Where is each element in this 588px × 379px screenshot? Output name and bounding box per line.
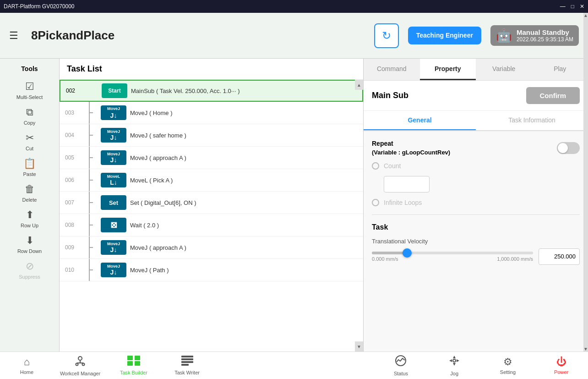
indent-connector	[86, 147, 93, 169]
scrollbar-down[interactable]: ▼	[583, 346, 588, 352]
count-input[interactable]	[384, 176, 430, 192]
row-down-label: Row Down	[17, 248, 42, 254]
scroll-down-btn[interactable]: ▼	[355, 341, 363, 352]
tasklist-body[interactable]: 002 Start MainSub ( Task Vel. 250.000, A…	[60, 80, 363, 352]
table-row[interactable]: 006 MoveLL↓ MoveL ( Pick A )	[60, 169, 363, 192]
repeat-toggle[interactable]	[557, 142, 580, 154]
nav-power[interactable]: ⏻ Power	[534, 352, 588, 379]
slider-track	[372, 252, 533, 254]
task-builder-icon	[127, 356, 140, 368]
titlebar-controls[interactable]: — □ ✕	[560, 3, 584, 10]
task-badge-movel: MoveLL↓	[101, 173, 126, 187]
table-row[interactable]: 003 MoveJJ↓ MoveJ ( Home )	[60, 102, 363, 124]
maximize-btn[interactable]: □	[571, 3, 574, 10]
tool-cut[interactable]: ✂ Cut	[2, 129, 57, 154]
nav-status[interactable]: Status	[374, 352, 428, 379]
radio-count-circle	[372, 162, 379, 170]
table-row[interactable]: 004 MoveJJ↓ MoveJ ( safer home )	[60, 124, 363, 147]
tool-row-down[interactable]: ⬇ Row Down	[2, 232, 57, 257]
copy-icon: ⧉	[26, 106, 33, 118]
close-btn[interactable]: ✕	[580, 3, 584, 10]
setting-label: Setting	[500, 369, 516, 375]
nav-jog[interactable]: Jog	[428, 352, 481, 379]
nav-home[interactable]: ⌂ Home	[0, 352, 54, 379]
scrollbar-up[interactable]: ▲	[583, 13, 588, 18]
tool-copy[interactable]: ⧉ Copy	[2, 104, 57, 128]
workcell-manager-icon	[74, 355, 86, 367]
multi-select-label: Multi-Select	[16, 94, 43, 100]
svg-rect-25	[181, 356, 193, 357]
task-badge-movej: MoveJJ↓	[101, 263, 126, 277]
table-row[interactable]: 005 MoveJJ↓ MoveJ ( approach A )	[60, 147, 363, 169]
copy-label: Copy	[24, 120, 36, 126]
panel-header: Main Sub Confirm	[364, 81, 588, 111]
table-row[interactable]: 009 MoveJJ↓ MoveJ ( approach A )	[60, 236, 363, 259]
task-builder-svg	[127, 356, 140, 366]
sidebar-title: Tools	[2, 62, 57, 77]
svg-marker-30	[453, 356, 456, 358]
suppress-label: Suppress	[19, 274, 40, 280]
svg-rect-23	[127, 361, 133, 366]
table-row[interactable]: 007 Set Set ( Digital_Out[6], ON )	[60, 192, 363, 214]
jog-svg	[448, 355, 460, 367]
tool-row-up[interactable]: ⬆ Row Up	[2, 206, 57, 231]
tab-command[interactable]: Command	[364, 59, 420, 80]
table-row[interactable]: 002 Start MainSub ( Task Vel. 250.000, A…	[60, 80, 363, 102]
line-number: 010	[60, 267, 78, 273]
svg-point-20	[82, 363, 85, 366]
radio-count[interactable]: Count	[372, 162, 580, 170]
hamburger-menu[interactable]: ☰	[9, 30, 18, 42]
teaching-engineer-button[interactable]: Teaching Engineer	[408, 27, 481, 44]
tool-suppress[interactable]: ⊘ Suppress	[2, 258, 57, 282]
svg-rect-22	[135, 356, 140, 360]
tab-general[interactable]: General	[364, 111, 476, 130]
right-scrollbar[interactable]: ▲ ▼	[583, 13, 588, 352]
nav-setting[interactable]: ⚙ Setting	[481, 352, 535, 379]
repeat-label: Repeat (Variable : gLoopCountRev)	[372, 139, 450, 157]
tab-variable[interactable]: Variable	[476, 59, 532, 80]
task-text: MoveJ ( safer home )	[130, 132, 363, 139]
home-icon: ⌂	[24, 356, 30, 368]
svg-rect-24	[135, 361, 140, 366]
tab-property[interactable]: Property	[420, 59, 476, 80]
cut-label: Cut	[26, 146, 33, 151]
svg-point-16	[78, 357, 82, 360]
sub-tabs: General Task Information	[364, 111, 588, 131]
tool-paste[interactable]: 📋 Paste	[2, 155, 57, 180]
radio-infinite[interactable]: Infinite Loops	[372, 199, 580, 206]
cut-icon: ✂	[26, 132, 34, 144]
line-number: 009	[60, 244, 78, 251]
velocity-value-input[interactable]	[539, 248, 580, 265]
slider-labels: 0.000 mm/s 1,000.000 mm/s	[372, 256, 533, 262]
task-writer-icon	[181, 356, 193, 368]
paste-icon: 📋	[23, 158, 36, 170]
tab-play[interactable]: Play	[532, 59, 588, 80]
tool-delete[interactable]: 🗑 Delete	[2, 181, 57, 205]
slider-container[interactable]: 0.000 mm/s 1,000.000 mm/s	[372, 252, 533, 262]
tab-task-information[interactable]: Task Information	[476, 111, 588, 130]
confirm-button[interactable]: Confirm	[526, 87, 580, 104]
multi-select-icon: ☑	[25, 81, 34, 93]
radio-infinite-label: Infinite Loops	[384, 199, 422, 206]
nav-workcell-manager[interactable]: Workcell Manager	[54, 352, 107, 379]
table-row[interactable]: 008 ⊠ Wait ( 2.0 )	[60, 214, 363, 236]
slider-fill	[372, 252, 407, 254]
nav-task-builder[interactable]: Task Builder	[107, 352, 160, 379]
refresh-button[interactable]: ↻	[374, 23, 399, 48]
scroll-up-btn[interactable]: ▲	[355, 80, 363, 90]
minimize-btn[interactable]: —	[560, 3, 566, 10]
sidebar: Tools ☑ Multi-Select ⧉ Copy ✂ Cut 📋 Past…	[0, 59, 60, 352]
svg-rect-28	[181, 364, 189, 366]
task-builder-label: Task Builder	[120, 370, 147, 375]
svg-marker-31	[453, 363, 456, 366]
header: ☰ 8PickandPlace ↻ Teaching Engineer 🤖 Ma…	[0, 13, 588, 59]
indent-connector	[86, 192, 93, 214]
slider-thumb[interactable]	[403, 248, 412, 258]
task-text: MoveJ ( approach A )	[130, 154, 363, 161]
table-row[interactable]: 010 MoveJJ↓ MoveJ ( Path )	[60, 259, 363, 281]
nav-task-writer[interactable]: Task Writer	[160, 352, 214, 379]
slider-row: 0.000 mm/s 1,000.000 mm/s	[372, 248, 580, 265]
task-text: Wait ( 2.0 )	[130, 222, 363, 229]
indent-connector	[86, 259, 93, 281]
tool-multi-select[interactable]: ☑ Multi-Select	[2, 78, 57, 103]
